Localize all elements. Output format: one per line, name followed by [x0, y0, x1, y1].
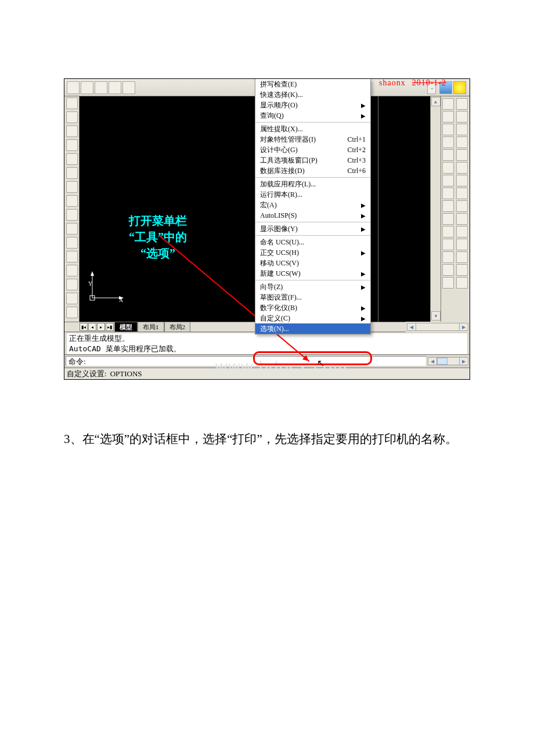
tool-icon[interactable]: [442, 124, 454, 135]
scroll-right-icon[interactable]: ▶: [459, 323, 468, 331]
tool-icon[interactable]: [442, 226, 454, 237]
tool-icon[interactable]: [456, 124, 468, 135]
tool-icon[interactable]: [456, 264, 468, 276]
menu-item[interactable]: 数据库连接(D)Ctrl+6: [255, 165, 370, 176]
menu-item[interactable]: 设计中心(G)Ctrl+2: [255, 145, 370, 155]
menu-item[interactable]: 正交 UCS(H)▶: [255, 247, 370, 258]
submenu-arrow-icon: ▶: [361, 305, 366, 311]
tool-icon[interactable]: [456, 98, 468, 110]
tool-icon[interactable]: [456, 162, 468, 174]
tool-icon[interactable]: [442, 162, 454, 174]
menu-item[interactable]: 宏(A)▶: [255, 200, 370, 210]
tab-last-icon[interactable]: ▸▮: [106, 323, 114, 331]
menu-item[interactable]: AutoLISP(S)▶: [255, 210, 370, 221]
command-input[interactable]: 命令:: [66, 356, 427, 366]
menu-item[interactable]: 草图设置(F)...: [255, 292, 370, 303]
tool-icon[interactable]: [456, 226, 468, 237]
tool-icon[interactable]: [66, 279, 78, 290]
tool-icon[interactable]: [66, 209, 78, 221]
toolbar-button[interactable]: [109, 81, 121, 94]
tool-icon[interactable]: [66, 111, 78, 123]
tool-icon[interactable]: [442, 111, 454, 123]
svg-marker-2: [91, 271, 94, 276]
tool-icon[interactable]: [456, 251, 468, 263]
menu-shortcut: Ctrl+2: [348, 146, 366, 154]
tool-icon[interactable]: [66, 195, 78, 207]
tool-icon[interactable]: [442, 239, 454, 250]
tab-layout2[interactable]: 布局2: [164, 322, 191, 332]
tool-icon[interactable]: [66, 293, 78, 304]
tool-icon[interactable]: [66, 265, 78, 276]
menu-item[interactable]: 显示图像(Y)▶: [255, 224, 370, 234]
menu-item[interactable]: 向导(Z)▶: [255, 282, 370, 292]
tool-icon[interactable]: [442, 188, 454, 199]
tool-icon[interactable]: [66, 307, 78, 318]
menu-item[interactable]: 自定义(C)▶: [255, 313, 370, 323]
menu-item-label: 拼写检查(E): [260, 80, 366, 89]
toolbar-button[interactable]: [81, 81, 93, 94]
tab-prev-icon[interactable]: ◂: [88, 323, 96, 331]
bulb-icon[interactable]: [453, 81, 466, 94]
tool-icon[interactable]: [442, 98, 454, 110]
tool-icon[interactable]: [66, 237, 78, 249]
tool-icon[interactable]: [456, 277, 468, 289]
menu-item[interactable]: 移动 UCS(V): [255, 258, 370, 268]
scroll-up-icon[interactable]: ▲: [431, 97, 441, 106]
tool-icon[interactable]: [456, 200, 468, 212]
tool-icon[interactable]: [442, 149, 454, 161]
scroll-down-icon[interactable]: ▼: [431, 311, 441, 321]
tool-icon[interactable]: [66, 153, 78, 165]
tool-icon[interactable]: [66, 98, 78, 109]
tool-icon[interactable]: [66, 125, 78, 137]
menu-item[interactable]: 命名 UCS(U)...: [255, 237, 370, 247]
menu-item[interactable]: 加载应用程序(L)...: [255, 179, 370, 189]
tool-icon[interactable]: [456, 175, 468, 186]
tool-icon[interactable]: [442, 200, 454, 212]
tool-icon[interactable]: [66, 167, 78, 179]
tool-icon[interactable]: [456, 188, 468, 199]
tab-first-icon[interactable]: ▮◂: [80, 323, 88, 331]
tool-icon[interactable]: [442, 213, 454, 225]
menu-item-label: 快速选择(K)...: [260, 90, 366, 100]
tab-model[interactable]: 模型: [114, 322, 138, 332]
tool-icon[interactable]: [442, 136, 454, 148]
horizontal-scrollbar[interactable]: ◀ ▶: [406, 322, 470, 332]
vertical-scrollbar[interactable]: ▲ ▼: [430, 96, 441, 322]
scroll-right-icon[interactable]: ▶: [459, 357, 468, 365]
menu-item[interactable]: 显示顺序(O)▶: [255, 100, 370, 110]
menu-item[interactable]: 查询(Q)▶: [255, 110, 370, 121]
tool-icon[interactable]: [456, 136, 468, 148]
menu-item[interactable]: 工具选项板窗口(P)Ctrl+3: [255, 155, 370, 165]
toolbar-button[interactable]: [95, 81, 107, 94]
scroll-left-icon[interactable]: ◀: [407, 323, 416, 331]
tool-icon[interactable]: [442, 264, 454, 276]
menu-item[interactable]: 快速选择(K)...: [255, 89, 370, 100]
toolbar-button[interactable]: [67, 81, 80, 94]
tool-icon[interactable]: [456, 213, 468, 225]
tool-icon[interactable]: [456, 149, 468, 161]
tab-layout1[interactable]: 布局1: [138, 322, 164, 332]
annotation-text: 打开菜单栏 “工具”中的 “选项”: [129, 213, 187, 261]
tool-icon[interactable]: [456, 239, 468, 250]
menu-item[interactable]: 拼写检查(E): [255, 79, 370, 89]
tool-icon[interactable]: [456, 111, 468, 123]
menu-item[interactable]: 属性提取(X)...: [255, 124, 370, 134]
right-dark-pane: [378, 96, 430, 322]
menu-item[interactable]: 新建 UCS(W)▶: [255, 268, 370, 279]
menu-item[interactable]: 运行脚本(R)...: [255, 189, 370, 200]
toolbar-button[interactable]: [122, 81, 135, 94]
tool-icon[interactable]: [66, 181, 78, 193]
scroll-left-icon[interactable]: ◀: [428, 357, 437, 365]
tool-icon[interactable]: [66, 139, 78, 151]
tool-icon[interactable]: [442, 251, 454, 263]
tool-icon[interactable]: [442, 175, 454, 186]
submenu-arrow-icon: ▶: [361, 226, 366, 232]
tab-next-icon[interactable]: ▸: [97, 323, 105, 331]
tool-icon[interactable]: [66, 223, 78, 235]
menu-item[interactable]: 数字化仪(B)▶: [255, 303, 370, 313]
menu-item[interactable]: 选项(N)...: [255, 323, 370, 334]
command-scroll[interactable]: ◀ ▶: [428, 357, 468, 365]
tool-icon[interactable]: [66, 251, 78, 262]
tool-icon[interactable]: [442, 277, 454, 289]
menu-item[interactable]: 对象特性管理器(I)Ctrl+1: [255, 134, 370, 145]
